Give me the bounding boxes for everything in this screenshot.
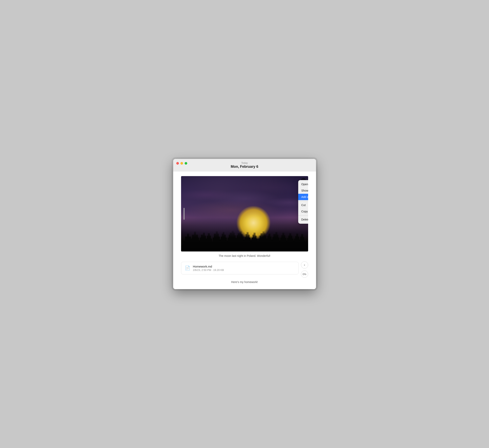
traffic-lights bbox=[176, 162, 187, 165]
menu-item-show-in-finder[interactable]: Show in Finder bbox=[298, 187, 308, 194]
image-wrapper: ••• Open Show in Finder Add a caption Cu… bbox=[181, 176, 308, 257]
image-container: ••• Open Show in Finder Add a caption Cu… bbox=[181, 176, 308, 251]
window: Today Mon, February 6 ••• Open Sho bbox=[173, 159, 316, 289]
context-menu: Open Show in Finder Add a caption Cut Co… bbox=[298, 180, 308, 224]
menu-item-open[interactable]: Open bbox=[298, 181, 308, 187]
menu-item-add-caption[interactable]: Add a caption bbox=[298, 194, 308, 200]
title-main: Mon, February 6 bbox=[231, 165, 258, 169]
image-caption: The moon last night in Poland. Wonderful… bbox=[181, 254, 308, 257]
menu-item-cut[interactable]: Cut bbox=[298, 202, 308, 208]
homework-caption: Here's my homework! bbox=[181, 280, 308, 284]
maximize-button[interactable] bbox=[185, 162, 187, 165]
menu-separator-2 bbox=[298, 215, 308, 216]
scroll-handle-left bbox=[183, 208, 185, 220]
window-body: ••• Open Show in Finder Add a caption Cu… bbox=[173, 171, 316, 289]
zoom-button[interactable]: 0% bbox=[301, 271, 308, 278]
file-icon: 📄 bbox=[185, 265, 190, 271]
menu-item-copy[interactable]: Copy bbox=[298, 208, 308, 215]
menu-separator-1 bbox=[298, 201, 308, 201]
minimize-button[interactable] bbox=[181, 162, 183, 165]
add-button[interactable]: + bbox=[301, 261, 308, 269]
title-subtitle: Today bbox=[241, 162, 248, 164]
file-attachment[interactable]: 📄 Homework.md 2/6/23, 2:50 PM · 19.20 KB bbox=[181, 262, 298, 274]
file-info: Homework.md 2/6/23, 2:50 PM · 19.20 KB bbox=[193, 265, 295, 272]
titlebar: Today Mon, February 6 bbox=[173, 159, 316, 171]
moon-image-background bbox=[181, 176, 308, 251]
close-button[interactable] bbox=[176, 162, 179, 165]
menu-item-delete[interactable]: Delete bbox=[298, 216, 308, 223]
moon-photo bbox=[181, 176, 308, 251]
file-meta: 2/6/23, 2:50 PM · 19.20 KB bbox=[193, 269, 295, 272]
file-name: Homework.md bbox=[193, 265, 295, 268]
